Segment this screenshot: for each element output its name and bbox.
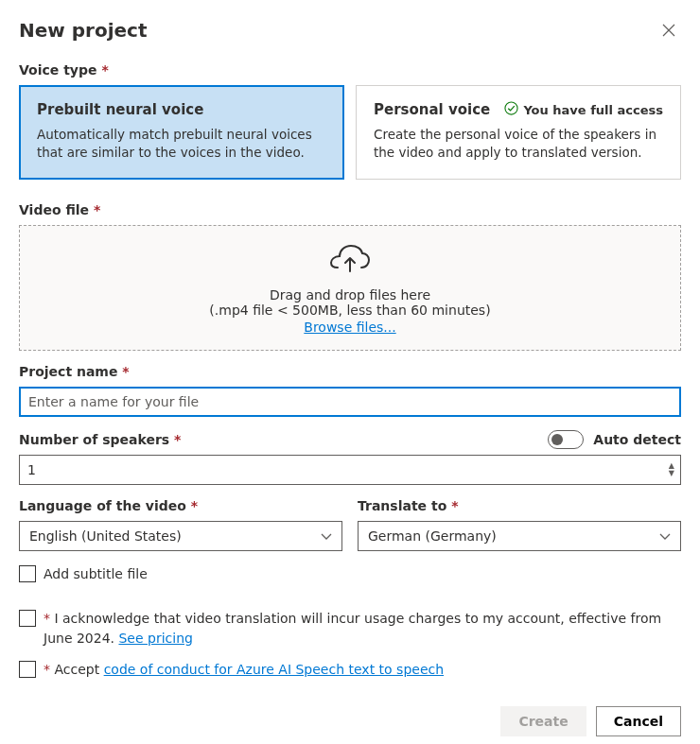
project-name-label: Project name * xyxy=(19,364,681,379)
language-label: Language of the video * xyxy=(19,498,342,513)
see-pricing-link[interactable]: See pricing xyxy=(118,631,192,646)
video-file-label: Video file * xyxy=(19,202,681,217)
access-badge: You have full access xyxy=(504,101,663,118)
speakers-value: 1 xyxy=(27,462,36,477)
cancel-button[interactable]: Cancel xyxy=(596,706,681,736)
toggle-knob xyxy=(551,434,563,445)
ack-code-text: * Accept code of conduct for Azure AI Sp… xyxy=(44,660,444,680)
ack-charges-text: * I acknowledge that video translation w… xyxy=(44,609,681,649)
chevron-down-icon[interactable]: ▼ xyxy=(669,470,674,477)
video-file-dropzone[interactable]: Drag and drop files here (.mp4 file < 50… xyxy=(19,225,681,351)
project-name-input[interactable] xyxy=(19,387,681,417)
create-button[interactable]: Create xyxy=(500,706,586,736)
svg-point-0 xyxy=(505,102,517,114)
ack-code-checkbox[interactable] xyxy=(19,661,36,678)
close-icon xyxy=(662,22,675,41)
dialog-title: New project xyxy=(19,19,148,42)
ack-charges-checkbox[interactable] xyxy=(19,610,36,627)
speakers-stepper[interactable]: 1 ▲ ▼ xyxy=(19,455,681,485)
language-select[interactable]: English (United States) xyxy=(19,521,342,551)
chevron-down-icon xyxy=(659,528,671,544)
subtitle-checkbox[interactable] xyxy=(19,565,36,582)
card-title: Prebuilt neural voice xyxy=(37,101,203,118)
auto-detect-label: Auto detect xyxy=(593,432,681,447)
close-button[interactable] xyxy=(656,19,681,43)
card-desc: Create the personal voice of the speaker… xyxy=(374,126,663,162)
check-circle-icon xyxy=(504,101,518,118)
auto-detect-toggle[interactable] xyxy=(548,430,584,449)
translate-to-select[interactable]: German (Germany) xyxy=(358,521,681,551)
voice-type-label: Voice type * xyxy=(19,62,681,78)
translate-to-label: Translate to * xyxy=(358,498,681,513)
speakers-label: Number of speakers * xyxy=(19,432,181,447)
translate-to-value: German (Germany) xyxy=(368,528,497,544)
browse-files-link[interactable]: Browse files... xyxy=(304,320,395,335)
subtitle-label: Add subtitle file xyxy=(44,564,148,584)
voice-type-cards: Prebuilt neural voice Automatically matc… xyxy=(19,85,681,180)
dropzone-text-1: Drag and drop files here xyxy=(270,287,430,303)
card-title: Personal voice xyxy=(374,101,490,118)
card-desc: Automatically match prebuilt neural voic… xyxy=(37,126,326,162)
chevron-down-icon xyxy=(321,528,332,544)
dropzone-text-2: (.mp4 file < 500MB, less than 60 minutes… xyxy=(209,303,490,318)
card-prebuilt-neural-voice[interactable]: Prebuilt neural voice Automatically matc… xyxy=(19,85,344,180)
code-of-conduct-link[interactable]: code of conduct for Azure AI Speech text… xyxy=(104,662,444,677)
upload-cloud-icon xyxy=(329,245,371,278)
card-personal-voice[interactable]: Personal voice You have full access Crea… xyxy=(356,85,681,180)
language-value: English (United States) xyxy=(29,528,182,544)
